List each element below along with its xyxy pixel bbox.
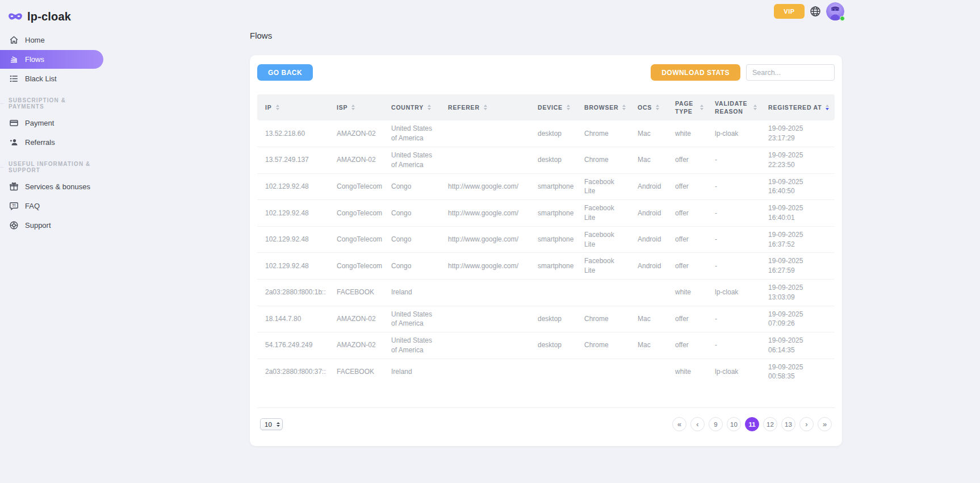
sidebar-item-black-list[interactable]: Black List bbox=[0, 69, 103, 88]
home-icon bbox=[9, 35, 19, 45]
column-header-validate-reason[interactable]: VALIDATE REASON bbox=[707, 94, 760, 120]
cell-browser: Chrome bbox=[576, 147, 630, 173]
column-label: BROWSER bbox=[584, 103, 618, 111]
cell-ip: 102.129.92.48 bbox=[257, 253, 329, 280]
sort-icon bbox=[700, 105, 703, 110]
page-root: lp-cloak HomeFlowsBlack ListSubscription… bbox=[0, 0, 980, 483]
column-header-ip[interactable]: IP bbox=[257, 94, 329, 120]
sidebar-item-label: Referrals bbox=[25, 138, 55, 147]
cell-referer bbox=[440, 279, 530, 306]
sidebar-item-referrals[interactable]: Referrals bbox=[0, 133, 103, 152]
cell-referer bbox=[440, 120, 530, 147]
page-last-button[interactable]: » bbox=[818, 417, 832, 431]
sort-icon bbox=[826, 105, 829, 110]
page-number-13-button[interactable]: 13 bbox=[781, 417, 795, 431]
cell-validate-reason: - bbox=[707, 332, 760, 359]
page-number-12-button[interactable]: 12 bbox=[763, 417, 777, 431]
column-header-referer[interactable]: REFERER bbox=[440, 94, 530, 120]
cell-browser: Facebook Lite bbox=[576, 173, 630, 200]
sidebar-item-home[interactable]: Home bbox=[0, 31, 103, 49]
table-row: 54.176.249.249AMAZON-02United States of … bbox=[257, 332, 835, 359]
cell-isp: FACEBOOK bbox=[329, 359, 383, 385]
go-back-button[interactable]: GO BACK bbox=[257, 64, 313, 81]
cell-ip: 54.176.249.249 bbox=[257, 332, 329, 359]
sidebar-item-faq[interactable]: ?!FAQ bbox=[0, 197, 103, 215]
column-label: REGISTERED AT bbox=[768, 103, 822, 111]
search-input[interactable] bbox=[746, 64, 835, 81]
cell-browser: Chrome bbox=[576, 332, 630, 359]
column-header-country[interactable]: COUNTRY bbox=[383, 94, 440, 120]
cell-device: smartphone bbox=[530, 200, 576, 227]
list-icon bbox=[9, 74, 19, 84]
cell-page-type: offer bbox=[667, 200, 707, 227]
avatar[interactable] bbox=[826, 2, 844, 20]
sidebar-item-flows[interactable]: Flows bbox=[0, 50, 103, 69]
table-row: 102.129.92.48CongoTelecomCongohttp://www… bbox=[257, 173, 835, 200]
cell-country: Congo bbox=[383, 253, 440, 280]
page-number-11-button[interactable]: 11 bbox=[745, 417, 759, 431]
cell-isp: AMAZON-02 bbox=[329, 147, 383, 173]
table-header-row: IPISPCOUNTRYREFERERDEVICEBROWSEROCSPAGE … bbox=[257, 94, 835, 120]
column-header-ocs[interactable]: OCS bbox=[630, 94, 667, 120]
column-header-page-type[interactable]: PAGE TYPE bbox=[667, 94, 707, 120]
page-number-10-button[interactable]: 10 bbox=[727, 417, 741, 431]
sidebar-item-label: Flows bbox=[25, 55, 44, 64]
cell-validate-reason: - bbox=[707, 306, 760, 332]
online-status-dot bbox=[840, 16, 845, 21]
sidebar-item-label: Home bbox=[25, 36, 45, 44]
cell-ocs: Mac bbox=[630, 306, 667, 332]
faq-bubble-icon: ?! bbox=[9, 201, 19, 211]
cell-ocs: Android bbox=[630, 226, 667, 253]
sidebar-item-payment[interactable]: Payment bbox=[0, 114, 103, 132]
cell-page-type: offer bbox=[667, 253, 707, 280]
download-stats-button[interactable]: DOWNLOAD STATS bbox=[651, 64, 740, 81]
table-row: 102.129.92.48CongoTelecomCongohttp://www… bbox=[257, 200, 835, 227]
sort-icon bbox=[484, 105, 487, 110]
cell-ip: 13.57.249.137 bbox=[257, 147, 329, 173]
sidebar-item-label: FAQ bbox=[25, 202, 40, 210]
cell-device bbox=[530, 359, 576, 385]
sidebar: lp-cloak HomeFlowsBlack ListSubscription… bbox=[0, 0, 114, 483]
sidebar-item-services-bonuses[interactable]: Services & bonuses bbox=[0, 177, 103, 196]
column-label: OCS bbox=[638, 103, 652, 111]
page-number-9-button[interactable]: 9 bbox=[709, 417, 723, 431]
cell-country: United States of America bbox=[383, 332, 440, 359]
globe-icon[interactable] bbox=[810, 6, 821, 17]
cell-registered-at: 19-09-202516:40:01 bbox=[760, 200, 835, 227]
cell-browser: Chrome bbox=[576, 306, 630, 332]
cell-registered-at: 19-09-202513:03:09 bbox=[760, 279, 835, 306]
cell-referer bbox=[440, 359, 530, 385]
column-header-registered-at[interactable]: REGISTERED AT bbox=[760, 94, 835, 120]
cell-isp: AMAZON-02 bbox=[329, 332, 383, 359]
svg-text:?!: ?! bbox=[12, 203, 16, 207]
column-header-isp[interactable]: ISP bbox=[329, 94, 383, 120]
page-first-button[interactable]: « bbox=[672, 417, 686, 431]
sort-icon bbox=[351, 105, 355, 110]
lifebuoy-icon bbox=[9, 220, 19, 230]
cell-validate-reason: lp-cloak bbox=[707, 359, 760, 385]
vip-button[interactable]: VIP bbox=[774, 4, 805, 19]
cell-validate-reason: - bbox=[707, 200, 760, 227]
flows-card: GO BACK DOWNLOAD STATS IPISPCOUNTRYREFER… bbox=[250, 55, 842, 446]
cell-country: Congo bbox=[383, 200, 440, 227]
cell-ip: 18.144.7.80 bbox=[257, 306, 329, 332]
page-prev-button[interactable]: ‹ bbox=[690, 417, 705, 431]
column-header-device[interactable]: DEVICE bbox=[530, 94, 576, 120]
column-header-browser[interactable]: BROWSER bbox=[576, 94, 630, 120]
cell-browser: Facebook Lite bbox=[576, 200, 630, 227]
cell-page-type: offer bbox=[667, 332, 707, 359]
cell-registered-at: 19-09-202506:14:35 bbox=[760, 332, 835, 359]
sidebar-item-support[interactable]: Support bbox=[0, 216, 103, 235]
mask-icon bbox=[8, 12, 23, 21]
brand-logo[interactable]: lp-cloak bbox=[0, 0, 114, 26]
cell-page-type: offer bbox=[667, 306, 707, 332]
page-next-button[interactable]: › bbox=[799, 417, 814, 431]
cell-registered-at: 19-09-202522:23:50 bbox=[760, 147, 835, 173]
page-size-select[interactable]: 10 bbox=[260, 418, 283, 430]
cell-page-type: white bbox=[667, 359, 707, 385]
cell-browser: Facebook Lite bbox=[576, 253, 630, 280]
cell-ip: 13.52.218.60 bbox=[257, 120, 329, 147]
table-row: 2a03:2880:f800:1b::FACEBOOKIrelandwhitel… bbox=[257, 279, 835, 306]
cell-device: desktop bbox=[530, 120, 576, 147]
cell-page-type: offer bbox=[667, 147, 707, 173]
